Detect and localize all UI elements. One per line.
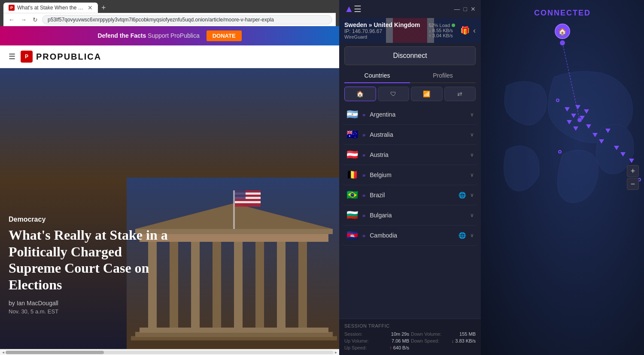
logo-text: PROPUBLICA [36,52,101,62]
country-name-brazil: Brazil [370,192,454,199]
sort-icon: ⇄ [457,90,462,97]
scrollbar-track[interactable] [6,351,334,354]
map-node-13[interactable] [620,152,626,156]
country-name-austria: Austria [370,151,466,158]
arrows-australia: » [362,132,365,138]
map-node-14[interactable] [629,159,634,163]
scroll-left-arrow[interactable]: ◂ [1,350,6,355]
connected-label: CONNECTED [534,9,591,18]
country-name-bulgaria: Bulgaria [370,212,466,219]
zoom-in-button[interactable]: + [627,165,639,177]
globe-cambodia: 🌐 [459,232,466,239]
tab-countries[interactable]: Countries [344,69,410,83]
article-byline: by Ian MacDougall [9,300,339,307]
expand-australia[interactable]: ∨ [470,132,474,138]
down-volume-row: Down Volume: 155 MB [411,331,476,337]
propublica-logo: P PROPUBLICA [21,51,101,63]
expand-bulgaria[interactable]: ∨ [470,212,474,218]
country-item-australia[interactable]: 🇦🇺 » Australia ∨ [343,125,477,145]
connection-text: Sweden » United Kingdom IP: 146.70.96.67… [344,21,425,39]
map-node-10[interactable] [599,139,604,144]
refresh-button[interactable]: ↻ [31,15,39,24]
country-item-austria[interactable]: 🇦🇹 » Austria ∨ [343,145,477,165]
map-node-7[interactable] [584,109,589,114]
zoom-out-button[interactable]: − [627,178,639,190]
filter-shield-button[interactable]: 🛡 [378,87,410,101]
map-node-6[interactable] [580,116,585,120]
down-arrow-icon: ↓ [452,338,454,343]
load-indicator: 52% Load [428,23,455,28]
map-node-12[interactable] [614,146,619,150]
collapse-button[interactable]: ‹ [473,26,476,35]
article-overlay: Democracy What's Really at Stake in a Po… [9,216,339,315]
map-node-2[interactable] [571,114,576,118]
down-speed-number: 3.83 KB/s [455,338,476,343]
session-stats-grid: Session: 10m 29s Down Volume: 155 MB Up … [344,331,476,351]
map-node-1[interactable] [565,107,570,111]
arrows-belgium: » [362,172,365,178]
new-tab-button[interactable]: + [100,3,108,12]
country-item-belgium[interactable]: 🇧🇪 » Belgium ∨ [343,165,477,185]
map-node-3[interactable] [575,105,580,109]
country-item-brazil[interactable]: 🇧🇷 » Brazil 🌐 ∨ [343,185,477,205]
arrows-austria: » [362,152,365,158]
vpn-menu-button[interactable]: ☰ [354,4,361,14]
close-button[interactable]: ✕ [471,6,476,12]
address-bar[interactable]: p53lf57qovyuvwsc6xnrppyply3vtqm7l6pcobkm… [42,15,332,24]
connection-stats: 52% Load ↓ 8.55 KB/s ↑ 3.04 KB/s [428,23,455,38]
session-time-value: 10m 29s [391,331,409,337]
up-speed-number: 640 B/s [393,345,409,350]
map-node-11[interactable] [605,129,611,133]
ip-value: 146.70.96.67 [352,28,382,34]
banner-brand: Defend the Facts [97,32,146,39]
back-button[interactable]: ← [7,15,16,24]
country-item-bulgaria[interactable]: 🇧🇬 » Bulgaria ∨ [343,205,477,226]
browser-scrollbar[interactable]: ◂ ▸ [0,349,339,355]
country-item-argentina[interactable]: 🇦🇷 » Argentina ∨ [343,105,477,125]
filter-sort-button[interactable]: ⇄ [444,87,476,101]
map-node-circle-2[interactable] [558,150,562,153]
minimize-button[interactable]: — [454,6,460,12]
session-time-row: Session: 10m 29s [344,331,409,337]
banner-support: Support ProPublica [148,32,200,39]
up-speed-row: Up Speed: ↑ 640 B/s [344,345,409,351]
connection-location: Sweden » United Kingdom [344,21,425,28]
load-text: 52% Load [428,23,450,28]
map-node-4[interactable] [567,120,572,124]
gift-button[interactable]: 🎁 [460,26,470,35]
scroll-right-arrow[interactable]: ▸ [334,350,338,355]
filter-all-button[interactable]: 🏠 [344,87,376,101]
arrows-brazil: » [362,192,365,199]
country-item-cambodia[interactable]: 🇰🇭 » Cambodia 🌐 ∨ [343,226,477,246]
map-node-9[interactable] [592,133,598,137]
donate-button[interactable]: DONATE [207,30,242,41]
forward-button[interactable]: → [19,15,28,24]
disconnect-button[interactable]: Disconnect [344,46,476,65]
connection-protocol: WireGuard [344,34,425,39]
vpn-logo: ▲ [344,3,354,15]
active-tab[interactable]: P What's at Stake When the Supr ✕ [3,3,98,13]
home-icon: 🏠 [558,27,567,36]
filter-signal-button[interactable]: 📶 [411,87,443,101]
up-volume-label: Up Volume: [344,338,369,343]
map-node-5[interactable] [573,126,578,131]
expand-belgium[interactable]: ∨ [470,172,474,178]
down-speed-value: ↓ 8.55 KB/s [428,28,453,33]
expand-austria[interactable]: ∨ [470,152,474,158]
country-list: 🇦🇷 » Argentina ∨ 🇦🇺 » Australia ∨ 🇦🇹 » A… [339,105,481,319]
map-home-button[interactable]: 🏠 [555,24,570,39]
maximize-button[interactable]: □ [464,6,467,12]
expand-brazil[interactable]: ∨ [470,192,474,198]
connection-ip: IP: 146.70.96.67 [344,28,425,34]
hamburger-menu[interactable]: ☰ [9,52,15,61]
map-node-8[interactable] [586,124,591,129]
tab-profiles[interactable]: Profiles [410,69,476,83]
up-volume-row: Up Volume: 7.06 MB [344,338,409,344]
map-node-circle-1[interactable] [556,99,559,102]
expand-cambodia[interactable]: ∨ [470,232,474,238]
tab-close-button[interactable]: ✕ [88,5,93,11]
scrollbar-thumb[interactable] [6,351,104,354]
flag-bulgaria: 🇧🇬 [346,210,358,221]
browser-chrome: P What's at Stake When the Supr ✕ + ← → … [0,0,339,26]
expand-argentina[interactable]: ∨ [470,111,474,117]
